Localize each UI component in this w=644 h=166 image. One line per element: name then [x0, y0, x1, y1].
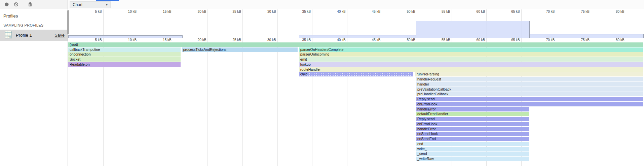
chevron-down-icon: ▼	[105, 3, 108, 6]
sidebar-item-profile-1[interactable]: % Profile 1 Save	[0, 30, 68, 41]
active-tab-indicator	[96, 0, 119, 1]
flame-bar-onconnection[interactable]: onconnection	[68, 52, 181, 57]
axis-tick-label: 10 kB	[116, 38, 137, 42]
axis-tick-label: 30 kB	[256, 38, 276, 42]
flame-bar-onerrorhook[interactable]: onErrorHook	[416, 102, 643, 106]
allocation-overview-area[interactable]	[68, 14, 644, 38]
axis-tick-label: 15 kB	[151, 38, 172, 42]
flame-bar-onsendhook[interactable]: onSendHook	[416, 132, 529, 136]
axis-tick-label: 65 kB	[500, 38, 520, 42]
memory-profiler-panel: Profiles SAMPLING PROFILES % Profile 1 S…	[0, 0, 644, 166]
profiles-heading: Profiles	[3, 13, 68, 19]
flame-bar-end[interactable]: end	[416, 142, 529, 146]
flame-bar-readable-on[interactable]: Readable.on	[68, 62, 181, 67]
axis-tick-label: 65 kB	[500, 10, 520, 13]
axis-tick-label: 70 kB	[534, 10, 555, 13]
flame-bar-reply-send[interactable]: Reply.send	[416, 117, 529, 121]
view-mode-select[interactable]: Chart ▼	[70, 1, 111, 8]
axis-tick-label: 80 kB	[604, 38, 624, 42]
axis-tick-label: 55 kB	[430, 10, 450, 13]
flame-bar-prehandlercallback[interactable]: preHandlerCallback	[416, 92, 643, 96]
trash-icon[interactable]	[27, 2, 33, 7]
axis-tick-label: 55 kB	[430, 38, 450, 42]
flame-bar-processticksandrejections[interactable]: processTicksAndRejections	[182, 47, 298, 52]
axis-tick-label: 45 kB	[360, 10, 380, 13]
svg-text:%: %	[9, 36, 11, 38]
flame-bar-handleerror[interactable]: handleError	[416, 107, 529, 111]
flamechart-pane: Chart ▼ 5 kB10 kB15 kB20 kB25 kB30 kB35 …	[68, 0, 644, 166]
clear-all-icon[interactable]	[13, 2, 19, 7]
flame-bar-onsendend[interactable]: onSendEnd	[416, 137, 529, 141]
axis-tick-label: 50 kB	[395, 10, 415, 13]
flamechart-ruler: 5 kB10 kB15 kB20 kB25 kB30 kB35 kB40 kB4…	[68, 38, 644, 42]
overview-area-step	[299, 35, 416, 38]
overview-area-step	[416, 21, 530, 38]
view-mode-value: Chart	[73, 2, 82, 7]
axis-tick-label: 20 kB	[186, 38, 206, 42]
flame-bar-parseronincoming[interactable]: parserOnIncoming	[299, 52, 643, 57]
axis-tick-label: 35 kB	[291, 10, 311, 13]
flame-bar-handleerror[interactable]: handleError	[416, 127, 529, 131]
profiles-toolbar	[0, 0, 68, 9]
flame-bar-onerrorhook[interactable]: onErrorHook	[416, 122, 529, 126]
flame-bar-socket[interactable]: Socket	[68, 57, 181, 62]
axis-tick-label: 60 kB	[465, 10, 485, 13]
axis-tick-label: 60 kB	[465, 38, 485, 42]
axis-tick-label: 35 kB	[291, 38, 311, 42]
profile-name: Profile 1	[16, 33, 54, 38]
flame-bar--send[interactable]: _send	[416, 152, 529, 156]
flame-bar-defaulterrorhandler[interactable]: defaultErrorHandler	[416, 112, 529, 116]
flame-bar-child[interactable]: child	[299, 72, 413, 76]
axis-tick-label: 70 kB	[534, 38, 555, 42]
chart-toolbar: Chart ▼	[68, 0, 644, 9]
record-icon[interactable]	[4, 2, 9, 7]
flame-bar-lookup[interactable]: lookup	[299, 62, 643, 67]
flame-bar--root-[interactable]: (root)	[68, 42, 643, 47]
flame-bar-runpreparsing[interactable]: runPreParsing	[415, 72, 643, 76]
axis-tick-label: 25 kB	[221, 10, 241, 13]
axis-tick-label: 75 kB	[569, 38, 590, 42]
axis-tick-label: 50 kB	[395, 38, 415, 42]
axis-tick-label: 20 kB	[186, 10, 206, 13]
axis-tick-label: 30 kB	[256, 10, 276, 13]
axis-tick-label: 80 kB	[604, 10, 624, 13]
overview-area-step	[68, 35, 183, 38]
flame-bar--writeraw[interactable]: _writeRaw	[416, 157, 529, 161]
vertical-scrollbar-thumb[interactable]	[67, 10, 69, 34]
flame-bar-write-[interactable]: write_	[416, 147, 529, 151]
axis-tick-label: 10 kB	[116, 10, 137, 13]
flame-bar-reply-send[interactable]: Reply.send	[416, 97, 643, 101]
flame-bar-handler[interactable]: handler	[416, 82, 643, 87]
flame-bar-emit[interactable]: emit	[299, 57, 643, 62]
axis-tick-label: 75 kB	[569, 10, 590, 13]
axis-tick-label: 40 kB	[326, 10, 346, 13]
flame-bar-handlerequest[interactable]: handleRequest	[416, 77, 643, 81]
axis-tick-label: 15 kB	[151, 10, 172, 13]
overview-ruler: 5 kB10 kB15 kB20 kB25 kB30 kB35 kB40 kB4…	[68, 9, 644, 14]
axis-tick-label: 5 kB	[82, 38, 102, 42]
save-profile-link[interactable]: Save	[54, 33, 65, 38]
flame-bar-callbacktrampoline[interactable]: callbackTrampoline	[68, 47, 181, 52]
axis-tick-label: 40 kB	[326, 38, 346, 42]
flame-bar-parseronheaderscomplete[interactable]: parserOnHeadersComplete	[299, 47, 643, 52]
flame-bar-prevalidationcallback[interactable]: preValidationCallback	[416, 87, 643, 92]
flame-bar-routehandler[interactable]: routeHandler	[299, 67, 643, 72]
toolbar-separator	[23, 2, 23, 7]
profiles-sidebar: Profiles SAMPLING PROFILES % Profile 1 S…	[0, 0, 68, 166]
axis-tick-label: 25 kB	[221, 38, 241, 42]
axis-tick-label: 45 kB	[360, 38, 380, 42]
axis-tick-label: 5 kB	[82, 10, 102, 13]
sampling-profiles-section-heading: SAMPLING PROFILES	[3, 23, 68, 27]
flamechart-canvas[interactable]: (root)callbackTrampolineprocessTicksAndR…	[68, 42, 644, 166]
overview-area-step	[530, 34, 644, 38]
heap-profile-icon: %	[5, 31, 12, 40]
